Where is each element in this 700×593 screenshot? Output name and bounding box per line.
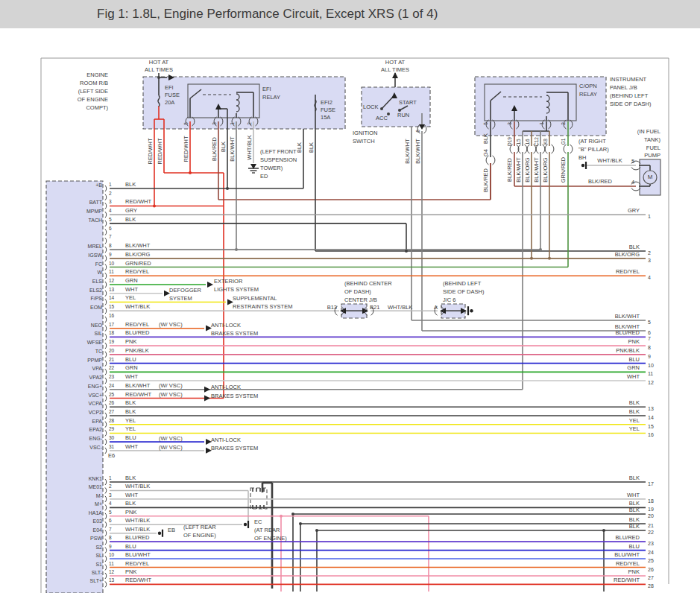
- diagram-label: BRAKES SYSTEM: [211, 445, 258, 451]
- wire-color-label-right: PNK: [628, 339, 640, 345]
- ecm-pin-name-VCPA: VCPA: [88, 401, 102, 407]
- ecm-pin-name-EPA: EPA: [92, 419, 103, 425]
- wire-color-label: YEL: [125, 426, 136, 432]
- wire-color-label-right: BLK: [629, 244, 640, 250]
- wire-color-label: RED/YEL: [125, 322, 149, 328]
- wire-color-label: BLU/WHT: [125, 552, 151, 558]
- right-pin-number-19: 19: [648, 507, 654, 513]
- ecm-pin-name-TC: TC: [95, 349, 102, 355]
- ecm-pin-number-g1-15: 15: [109, 304, 114, 309]
- ecm-pin-name-IGSW: IGSW: [88, 253, 102, 259]
- wire-color-label-right: WHT: [627, 374, 640, 380]
- wire-color-label: BLK/WHT: [125, 243, 150, 249]
- ecm-pin-name-F/PS: F/PS: [90, 296, 102, 302]
- wire-color-label: WHT: [125, 374, 138, 380]
- wire-color-label: WHT/BLK: [125, 527, 150, 533]
- ecm-pin-name-VPA: VPA: [92, 366, 103, 372]
- diagram-label: BLK: [309, 142, 315, 153]
- diagram-label: BLK/WHT: [415, 139, 421, 163]
- copn-relay-label: C/OPN: [579, 83, 597, 89]
- wire-color-label-right: BLK: [629, 517, 640, 523]
- ecm-pin-number-g1-8: 8: [109, 243, 112, 248]
- wire-color-label: PNK: [125, 339, 136, 345]
- ecm-pin-number-g1-22: 22: [109, 365, 114, 370]
- wire-color-label: PNK: [125, 510, 136, 516]
- diagram-label: BLK/RED: [588, 179, 612, 185]
- diagram-label: SUSPENSION: [260, 157, 297, 163]
- ignition-acc: ACC: [376, 115, 388, 121]
- diagram-label: 15A: [321, 115, 330, 121]
- ecm-pin-number-g1-29: 29: [109, 426, 114, 431]
- ecm-pin-name-SLT+: SLT+: [90, 578, 102, 584]
- hot-at-all-times-mid: HOT AT: [385, 60, 405, 66]
- diagram-label: PANEL J/B: [610, 85, 637, 91]
- ecm-pin-number-g2-6: 6: [109, 518, 112, 523]
- ecm-pin-number-g1-3: 3: [109, 199, 112, 204]
- right-pin-number-6: 6: [648, 330, 651, 336]
- diagram-label: BLK/WHT: [534, 157, 540, 182]
- diagram-label: ALL TIMES: [145, 67, 173, 73]
- ecm-pin-name-HA1A: HA1A: [89, 510, 102, 516]
- right-pin-number-28: 28: [648, 583, 654, 589]
- ecm-pin-name-ME01: ME01: [89, 484, 102, 490]
- diagram-label: BRAKES SYSTEM: [211, 331, 258, 337]
- ecm-pin-number-g1-1: 1: [109, 182, 112, 187]
- diagram-label: RESTRAINTS SYSTEM: [233, 304, 292, 310]
- wire-color-label-right: BLK/ORG: [615, 252, 640, 258]
- diagram-label: BLK: [221, 142, 227, 152]
- efi-fuse-label: EFI: [165, 85, 174, 91]
- diagram-label: SIDE OF DASH): [443, 289, 484, 295]
- diagram-label: BLK/ORG: [525, 157, 531, 182]
- diagram-label: ALL TIMES: [381, 67, 409, 73]
- ecm-pin-number-g1-25: 25: [109, 392, 114, 397]
- diagram-label: WHT/BLK: [388, 305, 412, 311]
- wire-color-label-right: BLK: [629, 524, 640, 530]
- defogger-system-label: DEFOGGER: [169, 288, 201, 294]
- wire-color-label-right: RED/WHT: [614, 577, 640, 583]
- ecm-pin-number-g1-6: 6: [109, 226, 112, 231]
- diagram-label: BLK/WHT: [230, 136, 236, 161]
- right-pin-number-20: 20: [648, 513, 654, 519]
- ecm-pin-name-S1: S1: [95, 562, 102, 568]
- diagram-label: L5: [516, 139, 521, 144]
- wire-color-label-right: YEL: [629, 426, 640, 432]
- ec-ground-label: EC: [254, 519, 262, 525]
- diagram-label: K8: [543, 139, 548, 145]
- diagram-label: 3: [507, 122, 512, 125]
- ecm-pin-number-g1-27: 27: [109, 409, 114, 414]
- exterior-lights-system-label: EXTERIOR: [214, 279, 242, 285]
- diagram-label: 5: [183, 122, 189, 125]
- diagram-label: 3: [212, 122, 217, 125]
- ecm-pin-name-BATT: BATT: [89, 200, 102, 206]
- hot-at-all-times-left: HOT AT: [149, 60, 168, 66]
- ecm-pin-name-+B: +B: [95, 183, 102, 188]
- diagram-label: (W/ VSC): [159, 392, 183, 398]
- wire-color-label: BLU/RED: [125, 330, 150, 336]
- ecm-pin-number-g1-14: 14: [109, 295, 114, 300]
- diagram-label: J/C 6: [443, 297, 456, 303]
- ecm-pin-name-TACH: TACH: [88, 218, 102, 223]
- ecm-connector-id: E6: [108, 453, 115, 459]
- engine-room-label: ENGINE: [86, 72, 108, 78]
- right-pin-number-17: 17: [648, 481, 654, 487]
- ecm-pin-name-VSC+: VSC+: [89, 393, 102, 399]
- ecm-pin-number-g1-4: 4: [109, 208, 112, 213]
- right-pin-number-14: 14: [648, 415, 654, 421]
- ecm-pin-number-g1-9: 9: [109, 252, 112, 257]
- diagram-label: 20A: [165, 100, 174, 106]
- ecm-pin-name-KNK1: KNK1: [89, 476, 102, 482]
- diagram-label: (W/ VSC): [159, 436, 183, 442]
- wire-color-label: RED/WHT: [125, 392, 151, 398]
- diagram-label: LIGHTS SYSTEM: [214, 287, 259, 293]
- ecm-pin-number-g1-16: 16: [109, 313, 114, 318]
- ignition-run: RUN: [397, 112, 409, 118]
- wiring-diagram: 1+BBLK23BATTRED/WHT4MPMPGRY5TACHBLK678MR…: [0, 0, 700, 593]
- diagram-label: D19: [507, 137, 512, 146]
- ecm-pin-name-SLT-: SLT-: [92, 570, 102, 576]
- ecm-pin-name-E03: E03: [93, 519, 102, 524]
- wire-color-label: GRN/RED: [125, 261, 151, 267]
- right-pin-number-24: 24: [648, 550, 654, 556]
- ecm-pin-number-g1-21: 21: [109, 357, 114, 362]
- b-pillar-label: (AT RIGHT: [578, 139, 606, 145]
- diagram-label: BLK/ORG: [543, 157, 549, 182]
